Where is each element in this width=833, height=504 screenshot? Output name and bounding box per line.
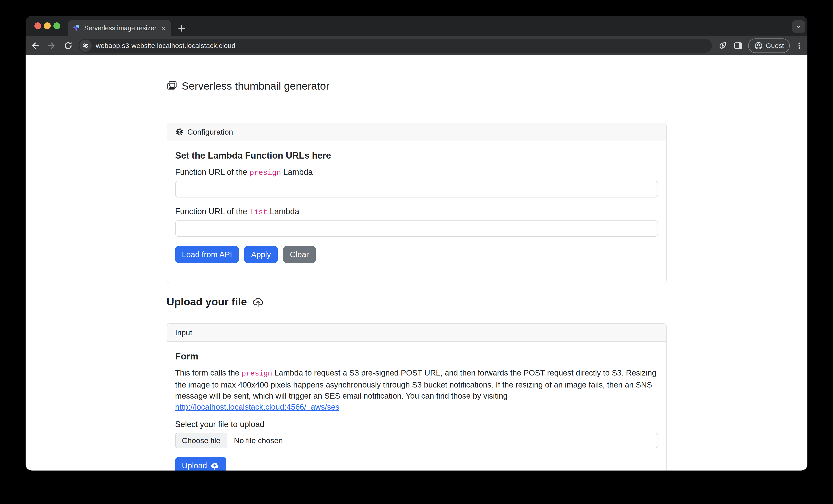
tab-close-icon[interactable] [161, 25, 166, 31]
config-buttons: Load from API Apply Clear [175, 246, 658, 263]
form-heading: Form [175, 351, 658, 362]
browser-window: Serverless image resizer [26, 16, 807, 471]
upload-section-heading-row: Upload your file [167, 296, 667, 308]
tab-search-chevron-button[interactable] [792, 20, 805, 33]
profile-label: Guest [766, 42, 784, 50]
page-title-row: Serverless thumbnail generator [167, 80, 667, 92]
configuration-card-header: Configuration [167, 123, 666, 141]
presign-label-text: Function URL of the [175, 168, 250, 177]
lambda-urls-heading: Set the Lambda Function URLs here [175, 150, 658, 160]
input-card: Input Form This form calls the presign L… [167, 323, 667, 471]
configuration-card-title: Configuration [187, 128, 233, 136]
back-button[interactable] [30, 40, 41, 51]
description-presign-code: presign [241, 370, 272, 378]
tab-strip: Serverless image resizer [26, 16, 807, 36]
browser-toolbar: webapp.s3-website.localhost.localstack.c… [26, 36, 807, 55]
list-code: list [249, 208, 267, 217]
upload-section-heading: Upload your file [167, 296, 247, 308]
apply-button[interactable]: Apply [244, 246, 278, 263]
guest-avatar-icon [754, 41, 763, 50]
battery-saver-icon[interactable] [717, 40, 728, 51]
presign-url-input[interactable] [175, 181, 658, 198]
gear-icon [175, 128, 184, 136]
divider [167, 99, 667, 99]
input-card-title: Input [175, 328, 192, 337]
new-tab-button[interactable] [176, 23, 187, 34]
site-settings-tune-icon[interactable] [79, 40, 92, 52]
ses-link[interactable]: http://localhost.localstack.cloud:4566/_… [175, 402, 339, 411]
file-status-text: No file chosen [227, 433, 283, 448]
file-input[interactable]: Choose file No file chosen [175, 433, 658, 448]
presign-code: presign [249, 169, 281, 177]
web-page: Serverless thumbnail generator Configura… [26, 55, 807, 471]
select-file-label: Select your file to upload [175, 420, 658, 429]
tab-favicon-localstack-icon [72, 24, 80, 32]
divider [167, 314, 667, 315]
input-card-header: Input [167, 324, 666, 342]
load-from-api-button[interactable]: Load from API [175, 246, 239, 263]
upload-button[interactable]: Upload [175, 457, 227, 471]
browser-tab[interactable]: Serverless image resizer [68, 20, 171, 36]
window-zoom-button[interactable] [53, 22, 60, 29]
reload-button[interactable] [63, 40, 74, 51]
clear-button[interactable]: Clear [283, 246, 316, 263]
presign-label-suffix: Lambda [281, 168, 313, 177]
list-url-label: Function URL of the list Lambda [175, 207, 658, 217]
page-title: Serverless thumbnail generator [182, 80, 330, 92]
images-icon [167, 80, 177, 91]
configuration-card: Configuration Set the Lambda Function UR… [167, 123, 667, 283]
window-minimize-button[interactable] [44, 22, 51, 29]
presign-url-label: Function URL of the presign Lambda [175, 168, 658, 177]
list-label-suffix: Lambda [267, 207, 299, 216]
window-close-button[interactable] [34, 22, 41, 29]
kebab-menu-icon[interactable] [794, 40, 805, 51]
toolbar-actions: Guest [717, 39, 805, 53]
upload-button-label: Upload [182, 461, 207, 470]
cloud-upload-icon [252, 296, 264, 308]
list-label-text: Function URL of the [175, 207, 250, 216]
url-bar[interactable]: webapp.s3-website.localhost.localstack.c… [78, 39, 712, 53]
url-text: webapp.s3-website.localhost.localstack.c… [96, 42, 235, 50]
profile-button[interactable]: Guest [748, 39, 790, 53]
side-panel-icon[interactable] [733, 40, 744, 51]
tab-title: Serverless image resizer [84, 24, 161, 32]
description-text: This form calls the [175, 368, 242, 377]
forward-button[interactable] [46, 40, 57, 51]
window-controls [34, 22, 60, 29]
cloud-upload-fill-icon [210, 461, 219, 470]
choose-file-button[interactable]: Choose file [176, 433, 227, 448]
list-url-input[interactable] [175, 220, 658, 237]
form-description: This form calls the presign Lambda to re… [175, 367, 658, 412]
